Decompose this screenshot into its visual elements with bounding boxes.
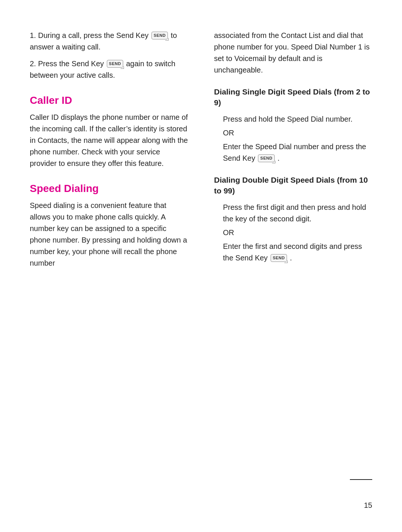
- double-digit-line1: Press the first digit and then press and…: [223, 202, 372, 225]
- double-digit-line2-before: Enter the first and second digits and pr…: [223, 242, 362, 262]
- single-digit-line1: Press and hold the Speed Dial number.: [223, 113, 372, 125]
- single-digit-line2-after: .: [277, 154, 280, 162]
- send-key-2: SEND: [107, 60, 124, 68]
- right-column: associated from the Contact List and dia…: [210, 30, 372, 269]
- speed-dialing-title: Speed Dialing: [30, 183, 188, 195]
- send-key-1: SEND: [151, 32, 168, 39]
- two-column-layout: 1. During a call, press the Send Key SEN…: [30, 30, 372, 269]
- caller-id-title: Caller ID: [30, 94, 188, 106]
- double-digit-or: OR: [223, 228, 372, 237]
- list-item-1: 1. During a call, press the Send Key SEN…: [30, 30, 188, 53]
- double-digit-line2: Enter the first and second digits and pr…: [223, 241, 372, 264]
- bottom-line: [350, 479, 372, 480]
- double-digit-title: Dialing Double Digit Speed Dials (from 1…: [214, 174, 372, 196]
- page: 1. During a call, press the Send Key SEN…: [0, 0, 402, 532]
- caller-id-body: Caller ID displays the phone number or n…: [30, 112, 188, 169]
- single-digit-line2-before: Enter the Speed Dial number and press th…: [223, 142, 366, 162]
- single-digit-title: Dialing Single Digit Speed Dials (from 2…: [214, 86, 372, 108]
- page-number: 15: [364, 501, 372, 510]
- double-digit-line2-after: .: [290, 254, 292, 262]
- single-digit-content: Press and hold the Speed Dial number. OR…: [214, 113, 372, 164]
- list-item-2: 2. Press the Send Key SEND again to swit…: [30, 58, 188, 81]
- single-digit-line2: Enter the Speed Dial number and press th…: [223, 141, 372, 164]
- single-digit-or: OR: [223, 129, 372, 137]
- send-key-3: SEND: [258, 154, 275, 162]
- numbered-list: 1. During a call, press the Send Key SEN…: [30, 30, 188, 81]
- speed-dialing-body: Speed dialing is a convenient feature th…: [30, 200, 188, 269]
- left-column: 1. During a call, press the Send Key SEN…: [30, 30, 195, 269]
- list-item-1-text-before: During a call, press the Send Key: [38, 31, 149, 39]
- right-intro-text: associated from the Contact List and dia…: [214, 30, 372, 76]
- double-digit-content: Press the first digit and then press and…: [214, 202, 372, 264]
- list-item-2-text-before: Press the Send Key: [38, 60, 104, 68]
- send-key-4: SEND: [271, 254, 287, 262]
